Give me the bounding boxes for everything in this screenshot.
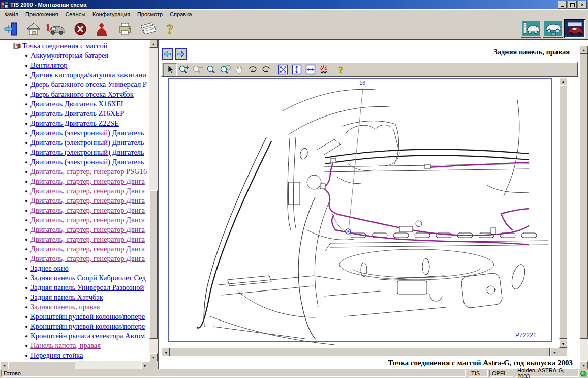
menu-applications[interactable]: Приложения (22, 11, 61, 18)
scroll-left-button[interactable]: ◄ (0, 361, 8, 369)
tool-zoom-area-button[interactable] (218, 63, 232, 76)
scrollbar-thumb[interactable] (149, 190, 158, 339)
tool-pan-button[interactable] (232, 63, 245, 76)
car-parts-button[interactable] (521, 20, 541, 38)
bullet-icon: ● (22, 63, 30, 68)
scrollbar-thumb[interactable] (8, 361, 75, 369)
scroll-up-button[interactable]: ▲ (580, 46, 588, 54)
sidebar-link[interactable]: Двигатель, стартер, генератор Двига (30, 187, 145, 195)
sidebar-link[interactable]: Аккумуляторная батарея (30, 51, 108, 60)
bulletin-button[interactable] (138, 21, 158, 37)
diagram-hscrollbar[interactable]: ◄ ► (162, 348, 559, 356)
menu-file[interactable]: Файл (1, 11, 22, 18)
title-bar[interactable]: TIS 2000 - Монтажная схема × (0, 0, 588, 9)
sidebar-link[interactable]: Двигатель (электронный) Двигатель (30, 148, 144, 157)
tool-help-button[interactable]: ? (334, 63, 348, 76)
scroll-right-button[interactable]: ► (141, 361, 149, 369)
sidebar-link[interactable]: Передняя стойка (30, 351, 83, 360)
tool-fit-width-button[interactable] (303, 63, 317, 76)
tool-rotate-ccw-button[interactable] (259, 63, 273, 76)
sidebar-link[interactable]: Двигатель, стартер, генератор PSG16 (30, 167, 147, 176)
tool-pointer-button[interactable] (163, 63, 177, 76)
sidebar-link[interactable]: Двигатель, стартер, генератор Двига (30, 216, 145, 224)
resize-grip[interactable] (581, 371, 587, 377)
sidebar-link[interactable]: Двигатель, стартер, генератор Двига (30, 245, 145, 253)
tool-fit-height-button[interactable] (290, 63, 303, 76)
scroll-down-button[interactable]: ▼ (580, 361, 588, 369)
scrollbar-thumb[interactable] (170, 348, 550, 356)
sidebar-hscrollbar[interactable]: ◄ ► (0, 361, 149, 369)
sidebar-link[interactable]: Двигатель Двигатель Z16XEP (30, 109, 124, 118)
car-parts-icon (522, 21, 540, 36)
tool-zoom-in-button[interactable] (177, 63, 191, 76)
sidebar-link[interactable]: Двигатель, стартер, генератор Двига (30, 235, 145, 244)
exit-button[interactable] (3, 21, 19, 37)
sidebar-link[interactable]: Заднее окно (30, 264, 69, 273)
menu-configuration[interactable]: Конфигурация (89, 11, 134, 18)
sidebar-link[interactable]: Задняя панель Универсал Развозной (30, 283, 144, 292)
sidebar-vscrollbar[interactable]: ▲ ▼ (149, 40, 158, 361)
sidebar-link[interactable]: Кронштейн рулевой колонки/попере (30, 322, 145, 331)
sidebar-link[interactable]: Двигатель (электронный) Двигатель (30, 158, 144, 166)
car-garage-button[interactable] (565, 20, 585, 38)
bullet-icon: ● (22, 169, 30, 175)
tool-fit-window-button[interactable] (276, 63, 290, 76)
sidebar-link[interactable]: Двигатель (электронный) Двигатель (30, 138, 144, 147)
scrollbar-thumb[interactable] (559, 85, 567, 339)
pane-vscrollbar[interactable]: ▲ ▼ (580, 46, 588, 369)
roadside-assist-button[interactable] (46, 21, 66, 37)
sidebar-link[interactable]: Вентилятор (30, 61, 68, 70)
scroll-down-button[interactable]: ▼ (149, 353, 158, 361)
diagram-vscrollbar[interactable]: ▲ ▼ (559, 77, 567, 348)
bullet-icon: ● (22, 343, 30, 348)
nav-forward-button[interactable] (175, 48, 187, 60)
sidebar-link[interactable]: Кронштейн рычага селектора Автом (30, 332, 145, 340)
stop-button[interactable] (72, 21, 88, 37)
sidebar-link[interactable]: Дверь багажного отсека Хэтчбэк (30, 90, 134, 99)
sidebar-link[interactable]: Датчик кислорода/катушка зажигани (30, 71, 146, 79)
scroll-down-button[interactable]: ▼ (559, 340, 567, 348)
close-button[interactable]: × (578, 1, 587, 9)
sidebar-link[interactable]: Двигатель Двигатель Z22SE (30, 119, 119, 128)
scroll-up-button[interactable]: ▲ (559, 77, 567, 85)
sidebar-link[interactable]: Двигатель Двигатель X16XEL (30, 100, 126, 108)
scroll-left-button[interactable]: ◄ (162, 348, 170, 356)
customer-button[interactable] (94, 21, 110, 37)
sidebar-link[interactable]: Дверь багажного отсека Универсал Р (30, 80, 147, 89)
menu-help[interactable]: Справка (166, 11, 195, 18)
sidebar-link[interactable]: Кронштейн рулевой колонки/попере (30, 312, 145, 321)
sidebar-link[interactable]: Двигатель, стартер, генератор Двига (30, 254, 145, 263)
minimize-button[interactable] (558, 1, 567, 9)
help-button[interactable]: ? (163, 21, 179, 37)
news-icon (139, 22, 157, 36)
tree-row: ●Вентилятор (0, 61, 149, 70)
tool-hotspots-button[interactable] (317, 63, 331, 76)
figure-callout[interactable]: 16 (359, 80, 365, 86)
sidebar-link[interactable]: Задняя панель, правая (30, 303, 100, 311)
diagram-viewport[interactable]: 16 P72221 (162, 77, 559, 348)
car-lift-button[interactable] (543, 20, 563, 38)
scrollbar-thumb[interactable] (580, 54, 588, 339)
sidebar-link[interactable]: Двигатель, стартер, генератор Двига (30, 177, 145, 186)
sidebar-link[interactable]: Точка соединения с массой (22, 42, 108, 50)
print-button[interactable] (117, 21, 133, 37)
nav-back-button[interactable] (162, 48, 173, 60)
figure-code: P72221 (515, 332, 537, 339)
home-button[interactable] (25, 21, 42, 37)
sidebar-link[interactable]: Двигатель, стартер, генератор Двига (30, 225, 145, 234)
menu-view[interactable]: Просмотр (134, 11, 166, 18)
sidebar-link[interactable]: Панель капота, правая (30, 341, 101, 350)
tool-zoom-out-button[interactable] (191, 63, 204, 76)
maximize-button[interactable] (568, 1, 577, 9)
scroll-up-button[interactable]: ▲ (149, 40, 158, 48)
sidebar-link[interactable]: Задняя панель Хэтчбэк (30, 293, 103, 302)
sidebar-link[interactable]: Двигатель (электронный) Двигатель (30, 129, 144, 137)
sidebar-link[interactable]: Задняя панель Coupй Кабриолет Сед (30, 274, 146, 282)
tool-rotate-cw-button[interactable] (245, 63, 259, 76)
sidebar-link[interactable]: Двигатель, стартер, генератор Двига (30, 196, 145, 205)
tool-zoom-button[interactable] (204, 63, 218, 76)
menu-sessions[interactable]: Сеансы (61, 11, 89, 18)
sidebar-link[interactable]: Двигатель, стартер, генератор Двига (30, 206, 145, 215)
wiring-diagram: 16 P72221 (162, 77, 559, 348)
scroll-right-button[interactable]: ► (551, 348, 559, 356)
